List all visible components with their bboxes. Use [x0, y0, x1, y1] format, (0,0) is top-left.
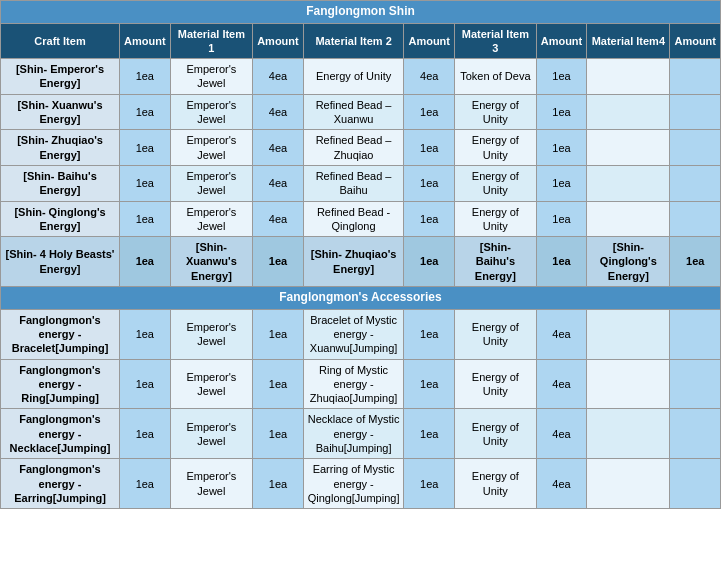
table-row: [Shin- Qinglong's Energy] 1ea Emperor's …	[1, 201, 721, 237]
table-row-highlight: [Shin- 4 Holy Beasts' Energy] 1ea [Shin-…	[1, 237, 721, 287]
col-amount5: Amount	[670, 23, 721, 59]
col-amount3: Amount	[404, 23, 455, 59]
table-row: Fanglongmon's energy - Earring[Jumping] …	[1, 459, 721, 509]
table-row: [Shin- Xuanwu's Energy] 1ea Emperor's Je…	[1, 94, 721, 130]
section2-header: Fanglongmon's Accessories	[1, 287, 721, 310]
craft-table: Fanglongmon Shin Craft Item Amount Mater…	[0, 0, 721, 509]
table-row: [Shin- Zhuqiao's Energy] 1ea Emperor's J…	[1, 130, 721, 166]
col-craft-item: Craft Item	[1, 23, 120, 59]
col-amount4: Amount	[536, 23, 587, 59]
table-row: [Shin- Emperor's Energy] 1ea Emperor's J…	[1, 59, 721, 95]
table-row: Fanglongmon's energy - Necklace[Jumping]…	[1, 409, 721, 459]
section1-header: Fanglongmon Shin	[1, 1, 721, 24]
col-material2: Material Item 2	[303, 23, 404, 59]
col-material3: Material Item 3	[455, 23, 537, 59]
table-row: Fanglongmon's energy - Bracelet[Jumping]…	[1, 309, 721, 359]
col-material1: Material Item 1	[170, 23, 253, 59]
table-row: [Shin- Baihu's Energy] 1ea Emperor's Jew…	[1, 165, 721, 201]
col-amount2: Amount	[253, 23, 304, 59]
table-row: Fanglongmon's energy - Ring[Jumping] 1ea…	[1, 359, 721, 409]
col-material4: Material Item4	[587, 23, 670, 59]
col-amount1: Amount	[120, 23, 171, 59]
